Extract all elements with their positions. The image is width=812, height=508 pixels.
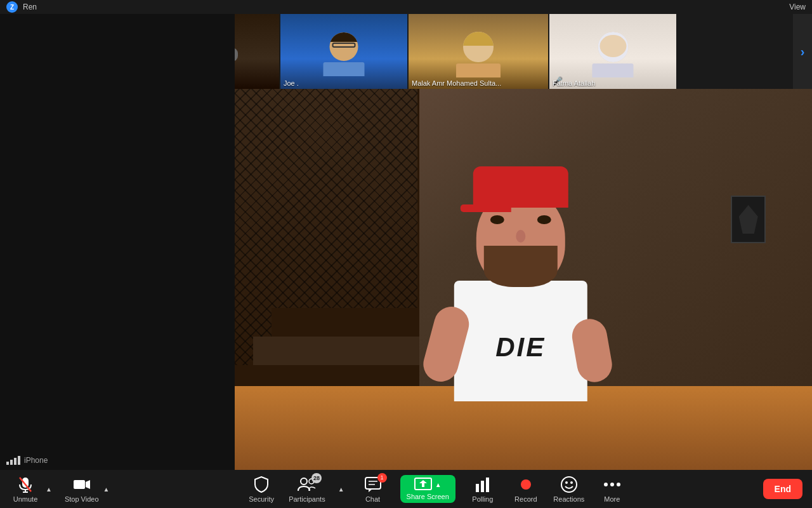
reactions-label: Reactions — [553, 495, 584, 503]
main-video-area: DIE — [235, 89, 812, 470]
participants-button[interactable]: 28 Participants — [289, 476, 325, 503]
toolbar-right-controls: End — [763, 479, 802, 499]
more-label: More — [604, 495, 620, 503]
svg-marker-5 — [86, 480, 90, 489]
mic-icon — [16, 476, 34, 493]
record-icon — [521, 479, 531, 490]
device-indicator: iPhone — [6, 456, 48, 465]
toolbar: Unmute ▲ Stop Video ▲ Security — [0, 470, 812, 508]
unmute-button[interactable]: Unmute — [10, 476, 41, 503]
camera-icon — [73, 478, 91, 491]
share-screen-button[interactable]: ▲ Share Screen — [400, 475, 455, 503]
record-button[interactable]: Record — [510, 476, 542, 503]
scroll-right-button[interactable]: › — [793, 14, 812, 89]
signal-icon — [6, 456, 20, 465]
top-bar-right: View — [789, 3, 806, 11]
participant-name-4: Malak Amr Mohamed Sulta... — [412, 79, 545, 87]
view-label: View — [789, 3, 806, 11]
share-screen-icon — [414, 478, 432, 491]
thumbnail-4[interactable]: Malak Amr Mohamed Sulta... — [409, 14, 548, 89]
svg-rect-4 — [74, 480, 85, 489]
security-button[interactable]: Security — [246, 476, 277, 503]
svg-point-19 — [570, 481, 573, 484]
thumbnail-5[interactable]: 🎤 Fatma Atallah — [549, 14, 676, 89]
svg-point-20 — [604, 483, 608, 486]
security-icon — [254, 476, 269, 493]
reactions-icon — [561, 476, 577, 493]
chat-label: Chat — [365, 495, 380, 503]
thumbnail-3[interactable]: Joe . — [280, 14, 407, 89]
chat-badge: 1 — [377, 473, 387, 483]
svg-rect-15 — [481, 481, 484, 492]
svg-point-18 — [565, 481, 568, 484]
participant-name-3: Joe . — [284, 79, 404, 87]
more-icon — [604, 481, 620, 488]
video-caret[interactable]: ▲ — [102, 485, 111, 494]
toolbar-left-controls: Unmute ▲ Stop Video ▲ — [10, 476, 110, 503]
toolbar-center-controls: Security 28 Participants ▲ — [110, 475, 763, 503]
video-background: DIE — [235, 89, 812, 470]
device-name: iPhone — [24, 456, 48, 465]
polling-button[interactable]: Polling — [467, 476, 499, 503]
polling-icon — [475, 476, 490, 493]
svg-marker-9 — [369, 489, 372, 492]
svg-point-17 — [561, 477, 577, 492]
svg-point-22 — [617, 483, 620, 486]
polling-label: Polling — [472, 495, 493, 503]
unmute-caret[interactable]: ▲ — [44, 485, 53, 494]
meeting-name: Ren — [23, 3, 37, 11]
zoom-logo: Z — [6, 1, 18, 13]
stop-video-label: Stop Video — [65, 495, 99, 503]
reactions-button[interactable]: Reactions — [553, 476, 585, 503]
top-bar: Z Ren View — [0, 0, 812, 14]
shirt-text: DIE — [495, 332, 546, 363]
security-label: Security — [249, 495, 274, 503]
participants-caret[interactable]: ▲ — [337, 485, 346, 494]
svg-rect-14 — [476, 484, 479, 492]
wall-art — [731, 196, 766, 243]
svg-point-6 — [301, 478, 307, 485]
svg-rect-16 — [486, 478, 489, 492]
zoom-logo-icon: Z — [6, 1, 18, 13]
unmute-label: Unmute — [13, 495, 38, 503]
end-button[interactable]: End — [763, 479, 802, 499]
participants-label: Participants — [289, 495, 325, 503]
participant-name-5: Fatma Atallah — [553, 79, 673, 87]
left-panel — [0, 0, 235, 470]
svg-point-21 — [610, 483, 614, 486]
svg-marker-13 — [419, 480, 427, 487]
top-bar-left: Z Ren — [6, 1, 37, 13]
more-button[interactable]: More — [596, 476, 628, 503]
main-speaker: DIE — [454, 189, 587, 401]
chat-button[interactable]: 1 Chat — [357, 476, 389, 503]
chevron-right-icon: › — [801, 44, 805, 59]
share-screen-label: Share Screen — [407, 493, 449, 500]
view-button[interactable]: View — [789, 3, 806, 11]
record-label: Record — [514, 495, 537, 503]
stop-video-button[interactable]: Stop Video — [65, 476, 99, 503]
participants-count: 28 — [311, 473, 322, 483]
